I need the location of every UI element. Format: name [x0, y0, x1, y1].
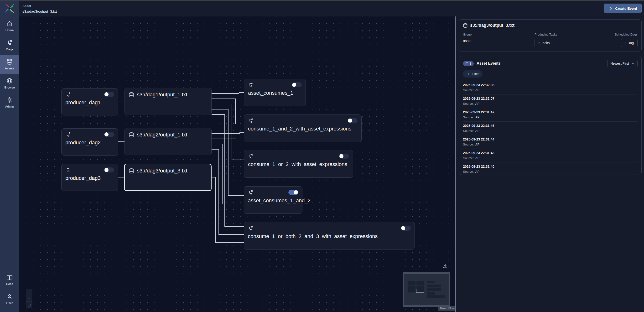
minimap-node	[427, 281, 434, 284]
minimap-node	[427, 295, 445, 298]
graph-node-producer_dag2[interactable]: producer_dag2	[61, 128, 118, 156]
toggle-knob	[401, 226, 405, 230]
node-title: s3://dag3/output_3.txt	[137, 168, 188, 174]
event-timestamp: 2025-09-23 22:31:47	[463, 110, 638, 114]
dag-pause-toggle[interactable]	[401, 226, 411, 231]
sidebar-item-dags[interactable]: Dags	[0, 36, 19, 55]
minimap-node	[416, 289, 424, 292]
graph-node-c4[interactable]: asset_consumes_1_and_2	[244, 186, 302, 214]
zoom-out-button[interactable]: −	[26, 295, 32, 302]
asset-title: s3://dag3/output_3.txt	[470, 23, 514, 28]
node-title: asset_consumes_1_and_2	[248, 198, 298, 204]
event-timestamp: 2025-09-23 22:31:40	[463, 164, 638, 168]
sidebar-item-assets[interactable]: Assets	[0, 55, 19, 74]
gear-icon	[6, 97, 13, 103]
sidebar-item-user[interactable]: User	[0, 290, 19, 309]
node-title: producer_dag3	[65, 175, 114, 181]
dag-icon	[6, 40, 13, 46]
event-source: Source:API	[463, 129, 638, 132]
user-icon	[6, 294, 13, 300]
sidebar-item-home[interactable]: Home	[0, 17, 19, 36]
panel-resizer[interactable]	[455, 16, 456, 312]
group-value: asset	[463, 39, 534, 43]
graph-node-asset1[interactable]: s3://dag1/output_1.txt	[124, 88, 212, 115]
event-timestamp: 2025-09-23 22:32:07	[463, 96, 638, 100]
sidebar-item-label: Browse	[4, 86, 14, 89]
filter-button[interactable]: Filter	[463, 70, 482, 78]
dag-pause-toggle[interactable]	[104, 92, 114, 97]
event-source: Source:API	[463, 143, 638, 146]
events-count-badge: 7	[463, 61, 474, 66]
database-icon	[128, 132, 134, 138]
breadcrumb[interactable]: Asset	[22, 4, 31, 8]
dag-icon	[65, 168, 71, 173]
minimap[interactable]	[402, 272, 450, 307]
airflow-logo-icon[interactable]	[0, 0, 19, 17]
sidebar-spacer	[0, 112, 19, 270]
asset-events-list: 2025-09-23 22:32:08Source:API2025-09-23 …	[463, 81, 638, 175]
dag-pause-toggle[interactable]	[104, 132, 114, 137]
dag-pause-toggle[interactable]	[339, 154, 349, 158]
sidebar-item-docs[interactable]: Docs	[0, 270, 19, 290]
airflow-assets-page: HomeDagsAssetsBrowseAdmin DocsUser Asset…	[0, 0, 644, 312]
asset-events-card: 7 Asset Events Newest First Filter 2025-…	[459, 56, 642, 175]
zoom-controls: + −	[26, 288, 32, 308]
graph-node-c2[interactable]: consume_1_and_2_with_asset_expressions	[244, 114, 362, 142]
filter-label: Filter	[472, 72, 479, 76]
events-count: 7	[470, 62, 471, 65]
toggle-knob	[294, 190, 298, 194]
graph-node-asset3[interactable]: s3://dag3/output_3.txt	[124, 164, 212, 191]
dag-icon	[248, 82, 254, 88]
sidebar-item-admin[interactable]: Admin	[0, 93, 19, 112]
event-timestamp: 2025-09-23 22:31:46	[463, 124, 638, 128]
sidebar-item-browse[interactable]: Browse	[0, 74, 19, 93]
toggle-knob	[104, 168, 108, 172]
scheduled-dags-button[interactable]: 1 Dag	[621, 39, 638, 47]
database-icon	[128, 92, 134, 98]
graph-node-producer_dag3[interactable]: producer_dag3	[61, 164, 118, 191]
graph-node-c3[interactable]: consume_1_or_2_with_asset_expressions	[244, 150, 353, 178]
minimap-node	[408, 286, 416, 288]
producing-tasks-button[interactable]: 2 Tasks	[534, 39, 553, 47]
zoom-in-button[interactable]: +	[26, 289, 32, 295]
page-title: s3://dag3/output_3.txt	[22, 9, 57, 13]
asset-event-row: 2025-09-23 22:31:43Source:API	[463, 149, 638, 162]
graph-node-producer_dag1[interactable]: producer_dag1	[61, 88, 118, 116]
node-title: producer_dag2	[65, 140, 114, 146]
sort-order-select[interactable]: Newest First	[607, 60, 638, 67]
dag-pause-toggle[interactable]	[288, 190, 298, 195]
download-image-icon[interactable]	[443, 263, 448, 269]
asset-details-panel: s3://dag3/output_3.txt Group asset Produ…	[456, 16, 644, 312]
event-source: Source:API	[463, 156, 638, 160]
graph-node-asset2[interactable]: s3://dag2/output_1.txt	[124, 128, 212, 155]
dag-icon	[248, 154, 254, 159]
fit-view-button[interactable]	[26, 302, 32, 308]
graph-node-c1[interactable]: asset_consumes_1	[244, 79, 306, 106]
dag-pause-toggle[interactable]	[104, 168, 114, 172]
dag-icon	[248, 190, 253, 195]
node-title: s3://dag1/output_1.txt	[137, 92, 188, 98]
event-source: Source:API	[463, 170, 638, 174]
book-icon	[6, 274, 13, 280]
dag-icon	[248, 118, 254, 124]
event-source: Source:API	[463, 102, 638, 106]
create-event-button[interactable]: Create Event	[604, 4, 642, 13]
dag-pause-toggle[interactable]	[348, 118, 358, 123]
asset-events-title: Asset Events	[476, 61, 501, 66]
minimap-node	[416, 281, 424, 285]
node-title: s3://dag2/output_1.txt	[137, 132, 188, 138]
graph-node-c5[interactable]: consume_1_or_both_2_and_3_with_asset_exp…	[244, 222, 415, 250]
toggle-knob	[104, 132, 108, 136]
window-chrome-strip	[0, 0, 644, 1]
home-icon	[6, 20, 13, 27]
sidebar: HomeDagsAssetsBrowseAdmin DocsUser	[0, 0, 19, 312]
toggle-knob	[292, 83, 296, 87]
sidebar-item-label: Assets	[5, 66, 14, 70]
dag-pause-toggle[interactable]	[292, 82, 302, 87]
node-title: consume_1_and_2_with_asset_expressions	[248, 126, 358, 132]
sidebar-nav-bottom: DocsUser	[0, 270, 19, 312]
minimap-node	[427, 288, 441, 291]
minimap-node	[408, 281, 416, 285]
sidebar-item-label: Admin	[5, 105, 14, 108]
asset-event-row: 2025-09-23 22:31:40Source:API	[463, 162, 638, 175]
